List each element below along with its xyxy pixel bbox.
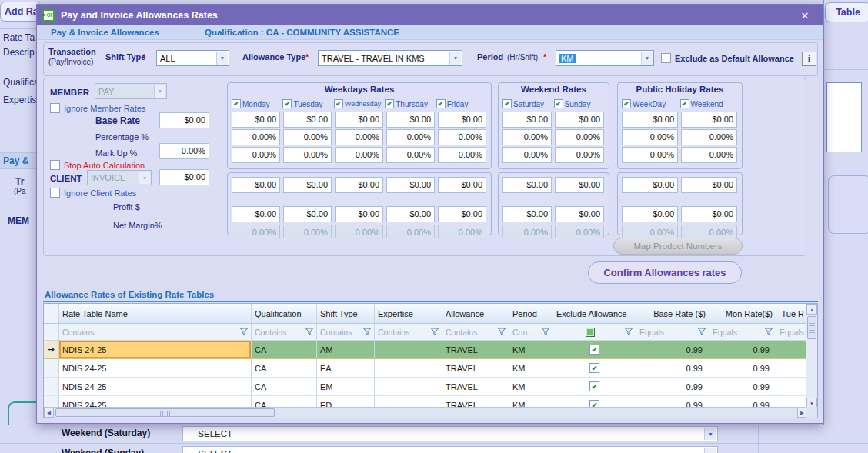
- filter-cell-base[interactable]: Equals:: [636, 324, 709, 340]
- cell-shift[interactable]: EM: [317, 378, 375, 395]
- client-profit-input[interactable]: $0.00: [335, 206, 383, 222]
- background-textarea[interactable]: [826, 82, 862, 152]
- member-percentage-input[interactable]: 0.00%: [386, 129, 435, 145]
- info-icon[interactable]: i: [802, 52, 816, 66]
- filter-cell-expertise[interactable]: Contains:: [375, 324, 442, 340]
- day-checkbox-wednesday[interactable]: ✔: [334, 99, 343, 108]
- vertical-scrollbar[interactable]: ▲ ▼: [806, 304, 817, 408]
- filter-cell-period[interactable]: Con...: [509, 324, 553, 340]
- column-header-mon[interactable]: Mon Rate($): [709, 304, 776, 323]
- confirm-allowances-button[interactable]: Confirm Allowances rates: [588, 261, 742, 284]
- member-percentage-input[interactable]: 0.00%: [232, 129, 280, 145]
- horizontal-scrollbar[interactable]: ◀ ▶: [44, 407, 807, 418]
- cell-mon[interactable]: 0.99: [709, 359, 776, 377]
- client-profit-input[interactable]: $0.00: [232, 206, 280, 222]
- member-base-rate-input[interactable]: $0.00: [502, 112, 552, 128]
- column-header-qualification[interactable]: Qualification: [252, 304, 317, 323]
- cell-allowance[interactable]: TRAVEL: [442, 341, 509, 358]
- cell-name[interactable]: NDIS 24-25: [59, 378, 252, 395]
- exclude-allowance-checkbox[interactable]: ✔: [589, 345, 599, 355]
- filter-cell-allowance[interactable]: Contains:: [442, 324, 509, 340]
- filter-cell-name[interactable]: Contains:: [59, 324, 252, 340]
- scroll-up-icon[interactable]: ▲: [806, 304, 817, 315]
- filter-icon[interactable]: [431, 328, 439, 337]
- cell-tue[interactable]: [776, 341, 807, 358]
- cell-base[interactable]: 0.99: [636, 341, 709, 358]
- cell-base[interactable]: 0.99: [636, 378, 709, 395]
- column-header-period[interactable]: Period: [509, 304, 553, 323]
- chevron-down-icon[interactable]: ▼: [704, 428, 716, 440]
- member-markup-input[interactable]: 0.00%: [386, 147, 435, 163]
- column-header-exclude[interactable]: Exclude Allowance: [553, 304, 636, 323]
- client-profit-input[interactable]: $0.00: [502, 206, 552, 222]
- chevron-down-icon[interactable]: ▼: [641, 52, 653, 65]
- filter-icon[interactable]: [240, 328, 248, 337]
- client-rate-input[interactable]: $0.00: [555, 177, 604, 193]
- horizontal-scroll-thumb[interactable]: [55, 408, 275, 417]
- cell-name[interactable]: NDIS 24-25: [59, 359, 252, 377]
- cell-expertise[interactable]: [375, 341, 442, 358]
- client-rate-input[interactable]: $0.00: [159, 169, 209, 185]
- day-checkbox-monday[interactable]: ✔: [232, 99, 241, 108]
- filter-all-checkbox[interactable]: [586, 328, 595, 337]
- cell-base[interactable]: 0.99: [636, 359, 709, 377]
- filter-icon[interactable]: [498, 328, 506, 337]
- member-markup-input[interactable]: 0.00%: [555, 147, 604, 163]
- cell-period[interactable]: KM: [509, 341, 553, 358]
- filter-cell-mon[interactable]: Equals:: [709, 324, 776, 340]
- table-row[interactable]: NDIS 24-25CAEATRAVELKM✔0.990.99: [44, 359, 807, 378]
- filter-icon[interactable]: [542, 328, 549, 337]
- day-checkbox-weekday[interactable]: ✔: [622, 99, 631, 108]
- cell-qualification[interactable]: CA: [252, 378, 317, 395]
- exclude-allowance-checkbox[interactable]: ✔: [589, 363, 599, 373]
- table-button[interactable]: Table: [825, 2, 868, 22]
- weekend-sunday-select[interactable]: ----SELECT---- ▼: [182, 446, 718, 453]
- member-markup-input[interactable]: 0.00%: [502, 147, 552, 163]
- column-header-expertise[interactable]: Expertise: [375, 304, 442, 323]
- dialog-titlebar[interactable]: ≡OH Pay and Invoice Allowances Rates ✕: [37, 5, 823, 25]
- member-markup-input[interactable]: 0.00%: [159, 143, 209, 159]
- member-markup-input[interactable]: 0.00%: [438, 147, 486, 163]
- filter-cell-exclude[interactable]: [553, 324, 636, 340]
- day-checkbox-weekend[interactable]: ✔: [680, 99, 689, 108]
- member-percentage-input[interactable]: 0.00%: [555, 129, 604, 145]
- cell-shift[interactable]: EA: [317, 359, 375, 377]
- member-base-rate-input[interactable]: $0.00: [335, 112, 383, 128]
- member-percentage-input[interactable]: 0.00%: [681, 129, 737, 145]
- filter-cell-qualification[interactable]: Contains:: [252, 324, 317, 340]
- client-profit-input[interactable]: $0.00: [622, 206, 678, 222]
- column-header-allowance[interactable]: Allowance: [442, 304, 509, 323]
- filter-icon[interactable]: [765, 328, 773, 337]
- cell-period[interactable]: KM: [509, 359, 553, 377]
- client-profit-input[interactable]: $0.00: [283, 206, 332, 222]
- member-markup-input[interactable]: 0.00%: [283, 147, 332, 163]
- cell-shift[interactable]: AM: [317, 341, 375, 358]
- member-base-rate-input[interactable]: $0.00: [386, 112, 435, 128]
- filter-cell-tue[interactable]: Equals:: [776, 324, 807, 340]
- stop-auto-calculation-checkbox[interactable]: [50, 160, 60, 170]
- day-checkbox-friday[interactable]: ✔: [436, 99, 446, 108]
- cell-mon[interactable]: 0.99: [709, 341, 776, 358]
- member-markup-input[interactable]: 0.00%: [681, 147, 737, 163]
- cell-tue[interactable]: [776, 378, 807, 395]
- client-profit-input[interactable]: $0.00: [555, 206, 604, 222]
- ignore-member-rates-checkbox[interactable]: [50, 103, 60, 113]
- cell-exclude[interactable]: ✔: [553, 341, 636, 358]
- client-profit-input[interactable]: $0.00: [681, 206, 737, 222]
- cell-qualification[interactable]: CA: [252, 359, 317, 377]
- exclude-allowance-checkbox[interactable]: ✔: [589, 381, 599, 391]
- member-percentage-input[interactable]: 0.00%: [335, 129, 383, 145]
- table-row[interactable]: NDIS 24-25CAEMTRAVELKM✔0.990.99: [44, 378, 807, 396]
- day-checkbox-sunday[interactable]: ✔: [554, 99, 563, 108]
- client-rate-input[interactable]: $0.00: [681, 177, 737, 193]
- client-rate-input[interactable]: $0.00: [438, 177, 486, 193]
- chevron-down-icon[interactable]: ▼: [449, 52, 461, 65]
- filter-icon[interactable]: [625, 328, 633, 337]
- scroll-left-icon[interactable]: ◀: [44, 408, 54, 418]
- member-percentage-input[interactable]: 0.00%: [283, 129, 332, 145]
- column-header-tue[interactable]: Tue R: [776, 304, 807, 323]
- filter-icon[interactable]: [305, 328, 313, 337]
- ignore-client-rates-checkbox[interactable]: [50, 188, 60, 198]
- chevron-down-icon[interactable]: ▼: [216, 52, 228, 65]
- period-select[interactable]: KM ▼: [556, 50, 654, 66]
